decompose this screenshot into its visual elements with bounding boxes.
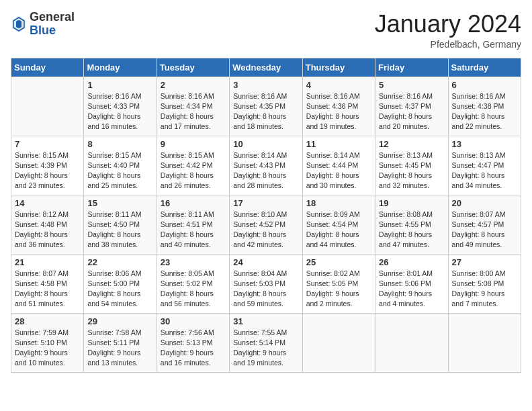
calendar-cell: 9Sunrise: 8:15 AM Sunset: 4:42 PM Daylig… <box>157 136 229 195</box>
day-number: 21 <box>15 257 80 267</box>
day-number: 31 <box>233 316 298 326</box>
calendar-cell: 16Sunrise: 8:11 AM Sunset: 4:51 PM Dayli… <box>157 195 229 254</box>
day-info: Sunrise: 8:15 AM Sunset: 4:42 PM Dayligh… <box>161 150 226 191</box>
calendar-cell <box>302 313 375 372</box>
calendar-cell: 30Sunrise: 7:56 AM Sunset: 5:13 PM Dayli… <box>157 313 229 372</box>
calendar-cell: 15Sunrise: 8:11 AM Sunset: 4:50 PM Dayli… <box>84 195 157 254</box>
calendar-cell: 18Sunrise: 8:09 AM Sunset: 4:54 PM Dayli… <box>302 195 375 254</box>
day-number: 6 <box>452 80 517 90</box>
day-info: Sunrise: 8:02 AM Sunset: 5:05 PM Dayligh… <box>306 269 371 310</box>
calendar-cell: 29Sunrise: 7:58 AM Sunset: 5:11 PM Dayli… <box>84 313 157 372</box>
day-number: 14 <box>15 198 80 208</box>
calendar-cell: 25Sunrise: 8:02 AM Sunset: 5:05 PM Dayli… <box>302 254 375 313</box>
calendar-cell: 27Sunrise: 8:00 AM Sunset: 5:08 PM Dayli… <box>448 254 521 313</box>
day-info: Sunrise: 8:12 AM Sunset: 4:48 PM Dayligh… <box>15 210 80 250</box>
logo-icon <box>11 15 27 34</box>
header-day-monday: Monday <box>84 58 157 77</box>
calendar-cell: 19Sunrise: 8:08 AM Sunset: 4:55 PM Dayli… <box>375 195 448 254</box>
day-number: 25 <box>306 257 371 267</box>
week-row-2: 7Sunrise: 8:15 AM Sunset: 4:39 PM Daylig… <box>11 136 521 195</box>
day-info: Sunrise: 8:16 AM Sunset: 4:35 PM Dayligh… <box>233 91 298 132</box>
day-info: Sunrise: 8:10 AM Sunset: 4:52 PM Dayligh… <box>233 210 298 250</box>
calendar-cell: 14Sunrise: 8:12 AM Sunset: 4:48 PM Dayli… <box>11 195 84 254</box>
day-number: 22 <box>87 257 152 267</box>
day-info: Sunrise: 8:13 AM Sunset: 4:47 PM Dayligh… <box>452 150 517 191</box>
day-info: Sunrise: 7:55 AM Sunset: 5:14 PM Dayligh… <box>233 328 298 369</box>
day-number: 18 <box>306 198 371 208</box>
header-day-saturday: Saturday <box>448 58 521 77</box>
calendar-cell: 17Sunrise: 8:10 AM Sunset: 4:52 PM Dayli… <box>230 195 302 254</box>
calendar-cell: 4Sunrise: 8:16 AM Sunset: 4:36 PM Daylig… <box>302 77 375 136</box>
header-day-thursday: Thursday <box>302 58 375 77</box>
day-info: Sunrise: 7:58 AM Sunset: 5:11 PM Dayligh… <box>87 328 152 369</box>
header-row: SundayMondayTuesdayWednesdayThursdayFrid… <box>11 58 521 77</box>
week-row-4: 21Sunrise: 8:07 AM Sunset: 4:58 PM Dayli… <box>11 254 521 313</box>
calendar-cell: 3Sunrise: 8:16 AM Sunset: 4:35 PM Daylig… <box>230 77 302 136</box>
day-number: 29 <box>87 316 152 326</box>
day-number: 19 <box>379 198 444 208</box>
week-row-5: 28Sunrise: 7:59 AM Sunset: 5:10 PM Dayli… <box>11 313 521 372</box>
day-info: Sunrise: 8:16 AM Sunset: 4:36 PM Dayligh… <box>306 91 371 132</box>
logo: General Blue <box>11 11 75 38</box>
day-info: Sunrise: 8:13 AM Sunset: 4:45 PM Dayligh… <box>379 150 444 191</box>
day-number: 10 <box>233 139 298 149</box>
day-info: Sunrise: 8:14 AM Sunset: 4:44 PM Dayligh… <box>306 150 371 191</box>
calendar-cell: 28Sunrise: 7:59 AM Sunset: 5:10 PM Dayli… <box>11 313 84 372</box>
day-info: Sunrise: 8:11 AM Sunset: 4:51 PM Dayligh… <box>161 210 226 250</box>
calendar-cell <box>448 313 521 372</box>
day-number: 9 <box>161 139 226 149</box>
week-row-3: 14Sunrise: 8:12 AM Sunset: 4:48 PM Dayli… <box>11 195 521 254</box>
day-info: Sunrise: 8:14 AM Sunset: 4:43 PM Dayligh… <box>233 150 298 191</box>
day-info: Sunrise: 8:08 AM Sunset: 4:55 PM Dayligh… <box>379 210 444 250</box>
day-info: Sunrise: 8:01 AM Sunset: 5:06 PM Dayligh… <box>379 269 444 310</box>
calendar-cell: 31Sunrise: 7:55 AM Sunset: 5:14 PM Dayli… <box>230 313 302 372</box>
day-number: 16 <box>161 198 226 208</box>
title-block: January 2024 Pfedelbach, Germany <box>375 11 521 50</box>
calendar-cell <box>11 77 84 136</box>
day-info: Sunrise: 8:07 AM Sunset: 4:57 PM Dayligh… <box>452 210 517 250</box>
day-number: 15 <box>87 198 152 208</box>
day-info: Sunrise: 8:07 AM Sunset: 4:58 PM Dayligh… <box>15 269 80 310</box>
day-number: 24 <box>233 257 298 267</box>
day-info: Sunrise: 8:09 AM Sunset: 4:54 PM Dayligh… <box>306 210 371 250</box>
day-number: 13 <box>452 139 517 149</box>
day-number: 1 <box>87 80 152 90</box>
calendar-table: SundayMondayTuesdayWednesdayThursdayFrid… <box>11 58 521 373</box>
day-number: 8 <box>87 139 152 149</box>
day-info: Sunrise: 8:16 AM Sunset: 4:34 PM Dayligh… <box>161 91 226 132</box>
header-day-wednesday: Wednesday <box>230 58 302 77</box>
day-info: Sunrise: 8:15 AM Sunset: 4:40 PM Dayligh… <box>87 150 152 191</box>
day-number: 20 <box>452 198 517 208</box>
calendar-cell <box>375 313 448 372</box>
day-info: Sunrise: 8:15 AM Sunset: 4:39 PM Dayligh… <box>15 150 80 191</box>
week-row-1: 1Sunrise: 8:16 AM Sunset: 4:33 PM Daylig… <box>11 77 521 136</box>
calendar-header: SundayMondayTuesdayWednesdayThursdayFrid… <box>11 58 521 77</box>
calendar-cell: 20Sunrise: 8:07 AM Sunset: 4:57 PM Dayli… <box>448 195 521 254</box>
day-info: Sunrise: 8:00 AM Sunset: 5:08 PM Dayligh… <box>452 269 517 310</box>
calendar-cell: 8Sunrise: 8:15 AM Sunset: 4:40 PM Daylig… <box>84 136 157 195</box>
day-number: 28 <box>15 316 80 326</box>
day-number: 3 <box>233 80 298 90</box>
day-number: 7 <box>15 139 80 149</box>
calendar-cell: 22Sunrise: 8:06 AM Sunset: 5:00 PM Dayli… <box>84 254 157 313</box>
month-title: January 2024 <box>375 11 521 38</box>
calendar-body: 1Sunrise: 8:16 AM Sunset: 4:33 PM Daylig… <box>11 77 521 372</box>
day-number: 2 <box>161 80 226 90</box>
header-day-friday: Friday <box>375 58 448 77</box>
calendar-cell: 21Sunrise: 8:07 AM Sunset: 4:58 PM Dayli… <box>11 254 84 313</box>
day-info: Sunrise: 8:16 AM Sunset: 4:38 PM Dayligh… <box>452 91 517 132</box>
day-info: Sunrise: 8:11 AM Sunset: 4:50 PM Dayligh… <box>87 210 152 250</box>
calendar-cell: 7Sunrise: 8:15 AM Sunset: 4:39 PM Daylig… <box>11 136 84 195</box>
calendar-cell: 1Sunrise: 8:16 AM Sunset: 4:33 PM Daylig… <box>84 77 157 136</box>
day-number: 26 <box>379 257 444 267</box>
day-info: Sunrise: 8:04 AM Sunset: 5:03 PM Dayligh… <box>233 269 298 310</box>
calendar-cell: 24Sunrise: 8:04 AM Sunset: 5:03 PM Dayli… <box>230 254 302 313</box>
calendar-cell: 23Sunrise: 8:05 AM Sunset: 5:02 PM Dayli… <box>157 254 229 313</box>
day-info: Sunrise: 8:16 AM Sunset: 4:37 PM Dayligh… <box>379 91 444 132</box>
logo-general-text: General <box>30 10 75 24</box>
calendar-cell: 5Sunrise: 8:16 AM Sunset: 4:37 PM Daylig… <box>375 77 448 136</box>
day-number: 23 <box>161 257 226 267</box>
day-info: Sunrise: 7:56 AM Sunset: 5:13 PM Dayligh… <box>161 328 226 369</box>
day-number: 5 <box>379 80 444 90</box>
day-number: 12 <box>379 139 444 149</box>
